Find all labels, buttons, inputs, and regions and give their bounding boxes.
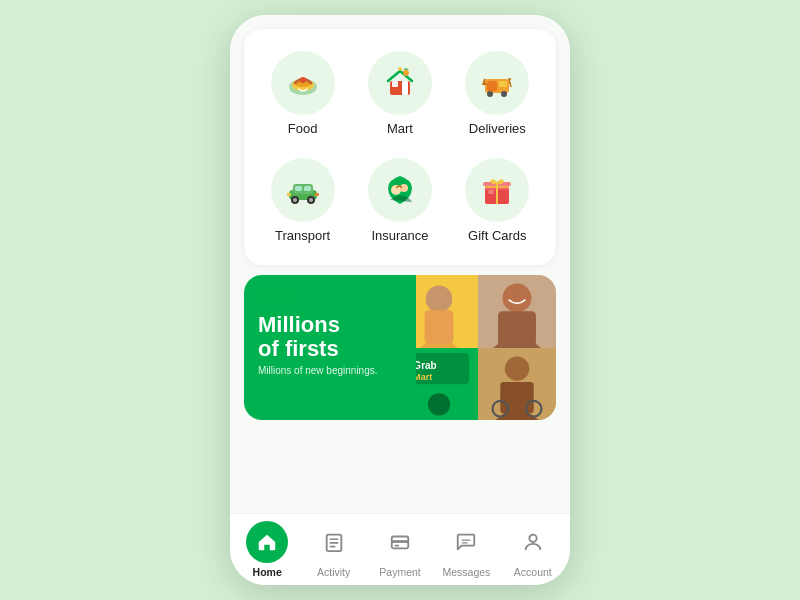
payment-nav-label: Payment: [379, 566, 420, 578]
transport-label: Transport: [275, 228, 330, 243]
svg-rect-33: [425, 310, 454, 343]
banner-headline-line2: of firsts: [258, 336, 339, 361]
banner-card: Grab Millions of firsts Millions of new …: [244, 275, 556, 420]
banner-main-section: Grab Millions of firsts Millions of new …: [244, 275, 416, 420]
svg-rect-10: [487, 81, 497, 91]
phone-frame: Food Mart: [230, 15, 570, 585]
service-item-mart[interactable]: Mart: [351, 43, 448, 144]
service-item-insurance[interactable]: Insurance: [351, 150, 448, 251]
svg-rect-14: [483, 83, 487, 85]
phone-content: Food Mart: [230, 15, 570, 513]
messages-icon: [455, 531, 477, 553]
service-item-transport[interactable]: Transport: [254, 150, 351, 251]
svg-rect-24: [315, 193, 319, 196]
svg-point-41: [428, 393, 450, 415]
services-grid: Food Mart: [254, 43, 546, 251]
food-icon-circle: [271, 51, 335, 115]
activity-icon: [323, 531, 345, 553]
service-item-deliveries[interactable]: Deliveries: [449, 43, 546, 144]
account-icon: [522, 531, 544, 553]
svg-rect-5: [392, 81, 398, 87]
svg-rect-50: [395, 545, 400, 547]
nav-item-account[interactable]: Account: [500, 521, 566, 578]
svg-rect-18: [304, 186, 311, 191]
mart-icon-circle: [368, 51, 432, 115]
nav-item-activity[interactable]: Activity: [300, 521, 366, 578]
home-icon-wrap: [246, 521, 288, 563]
services-card: Food Mart: [244, 29, 556, 265]
deliveries-label: Deliveries: [469, 121, 526, 136]
svg-text:Mart: Mart: [413, 371, 432, 381]
transport-icon-circle: [271, 158, 335, 222]
service-item-food[interactable]: Food: [254, 43, 351, 144]
svg-point-35: [503, 283, 532, 312]
activity-icon-wrap: [313, 521, 355, 563]
svg-rect-6: [402, 81, 408, 95]
banner-grab-logo: Grab: [258, 285, 298, 306]
giftcards-label: Gift Cards: [468, 228, 527, 243]
svg-point-20: [293, 198, 297, 202]
messages-nav-label: Messages: [442, 566, 490, 578]
home-icon: [256, 531, 278, 553]
svg-point-43: [505, 356, 530, 381]
banner-headline-line1: Millions: [258, 312, 340, 337]
account-icon-wrap: [512, 521, 554, 563]
activity-nav-label: Activity: [317, 566, 350, 578]
svg-point-13: [501, 91, 507, 97]
svg-text:Grab: Grab: [413, 359, 436, 370]
svg-rect-44: [500, 382, 533, 413]
svg-point-12: [487, 91, 493, 97]
svg-point-51: [529, 535, 536, 542]
svg-point-3: [300, 77, 306, 83]
payment-icon-wrap: [379, 521, 421, 563]
giftcards-icon-circle: [465, 158, 529, 222]
mart-label: Mart: [387, 121, 413, 136]
svg-point-7: [403, 70, 409, 76]
svg-rect-30: [488, 190, 494, 194]
svg-point-32: [426, 286, 453, 313]
nav-item-home[interactable]: Home: [234, 521, 300, 578]
svg-point-8: [398, 67, 402, 71]
insurance-icon-circle: [368, 158, 432, 222]
svg-rect-17: [295, 186, 302, 191]
svg-rect-23: [287, 193, 291, 196]
insurance-label: Insurance: [371, 228, 428, 243]
svg-rect-11: [499, 81, 507, 87]
svg-rect-49: [392, 540, 409, 543]
bottom-nav: Home Activity Payment: [230, 513, 570, 585]
service-item-giftcards[interactable]: Gift Cards: [449, 150, 546, 251]
food-label: Food: [288, 121, 318, 136]
banner-photo-collage: Grab Mart: [400, 275, 556, 420]
nav-item-payment[interactable]: Payment: [367, 521, 433, 578]
messages-icon-wrap: [445, 521, 487, 563]
nav-item-messages[interactable]: Messages: [433, 521, 499, 578]
banner-photo-2: [478, 275, 556, 348]
svg-rect-36: [498, 311, 536, 347]
home-nav-label: Home: [253, 566, 282, 578]
banner-photo-4: [478, 348, 556, 421]
banner-headline: Millions of firsts: [258, 313, 402, 361]
account-nav-label: Account: [514, 566, 552, 578]
svg-point-22: [309, 198, 313, 202]
banner-subtitle: Millions of new beginnings.: [258, 365, 402, 376]
payment-icon: [389, 531, 411, 553]
deliveries-icon-circle: [465, 51, 529, 115]
